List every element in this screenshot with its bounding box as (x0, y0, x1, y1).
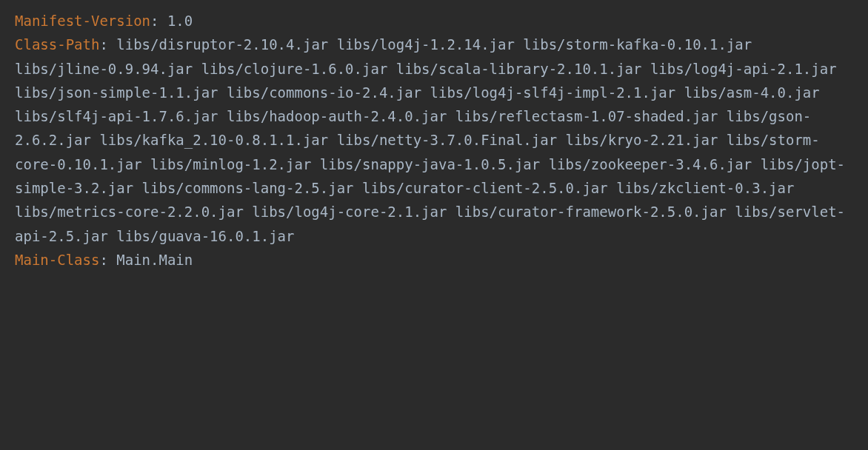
manifest-file-content: Manifest-Version: 1.0 Class-Path: libs/d… (15, 9, 853, 272)
main-class-key: Main-Class (15, 252, 99, 268)
colon-separator: : (99, 252, 116, 268)
manifest-version-value: 1.0 (167, 13, 193, 29)
manifest-version-line: Manifest-Version: 1.0 (15, 9, 853, 33)
manifest-version-key: Manifest-Version (15, 13, 150, 29)
colon-separator: : (99, 36, 116, 53)
class-path-key: Class-Path (15, 36, 99, 53)
main-class-value: Main.Main (116, 252, 193, 268)
class-path-line: Class-Path: libs/disruptor-2.10.4.jar li… (15, 33, 853, 248)
main-class-line: Main-Class: Main.Main (15, 248, 853, 272)
colon-separator: : (150, 13, 167, 29)
class-path-value: libs/disruptor-2.10.4.jar libs/log4j-1.2… (15, 36, 845, 244)
